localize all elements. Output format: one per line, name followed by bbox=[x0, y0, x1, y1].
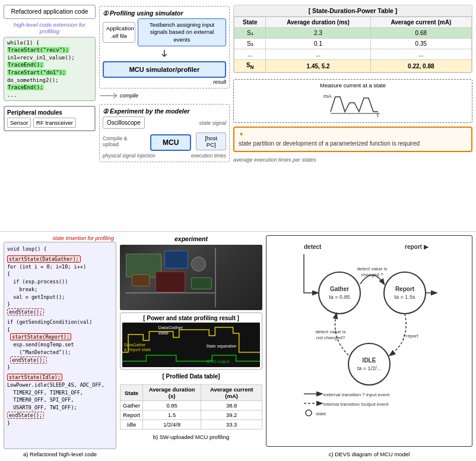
elf-text: Application .elf file bbox=[106, 25, 132, 40]
svg-text:report ▶: report ▶ bbox=[405, 244, 429, 250]
profiled-col-current: Average current (mA) bbox=[201, 385, 262, 401]
table-row: Gather 0.85 38.8 bbox=[120, 401, 262, 411]
svg-text:! report: ! report bbox=[403, 333, 418, 339]
col-state: State bbox=[234, 17, 266, 28]
oscilloscope-row: Oscilloscope state signal bbox=[103, 116, 226, 129]
testbench-text: Testbench assigning input signals based … bbox=[150, 21, 214, 43]
bottom-mid-caption: b) SW-uploaded MCU profiling bbox=[120, 434, 262, 440]
high-level-note: high-level code extension for profiling bbox=[4, 21, 96, 34]
step2-area: ② Experiment by the modeler Oscilloscope… bbox=[99, 104, 230, 162]
step1-area: ① Profiling using simulator Application … bbox=[99, 6, 230, 89]
devs-diagram: detect report ▶ Gather ta = 0.85 Report … bbox=[266, 235, 472, 447]
refactored-title: Refactored application code bbox=[11, 8, 88, 15]
step1-boxes: Application .elf file Testbench assignin… bbox=[103, 18, 226, 46]
profiling-image bbox=[120, 245, 262, 310]
bottom-right: detect report ▶ Gather ta = 0.85 Report … bbox=[266, 235, 472, 457]
measure-label: Measure current at a state bbox=[236, 82, 469, 89]
peripheral-box: Peripheral modules Sensor RF transceiver bbox=[4, 106, 96, 131]
right-column: [ State-Duration-Power Table ] State Ave… bbox=[233, 5, 472, 226]
compile-label: compile bbox=[120, 93, 138, 99]
svg-text:not changed?: not changed? bbox=[316, 335, 345, 340]
physical-signal-label: physical signal injection bbox=[103, 153, 156, 159]
table-row: ... ... ... bbox=[234, 49, 472, 60]
result-label: result bbox=[103, 79, 226, 85]
code-block-top: while(1) { TraceStart("recv"); in1=recv_… bbox=[4, 37, 96, 102]
profiling-result-title: [ Power and state profiling result ] bbox=[122, 315, 260, 321]
step1-label: ① Profiling using simulator bbox=[103, 10, 226, 17]
waveform-svg: mA t bbox=[323, 91, 383, 118]
bottom-code-block: void loop() { startState(DataGather); fo… bbox=[4, 242, 116, 449]
state-table: State Average duration (ms) Average curr… bbox=[234, 17, 472, 72]
avg-exec-label: average execution times per states bbox=[233, 157, 472, 163]
state-insertion-label: state Insertion for profiling bbox=[4, 235, 116, 241]
oscilloscope-text: Oscilloscope bbox=[107, 119, 141, 126]
down-arrow-icon bbox=[160, 50, 169, 58]
bottom-mid: experiment [ Power and state profiling r… bbox=[120, 235, 262, 457]
execution-times-label: execution times bbox=[191, 153, 226, 159]
elf-box: Application .elf file bbox=[103, 22, 135, 43]
oscilloscope-box: Oscilloscope bbox=[103, 116, 145, 129]
host-pc-text: [host PC] bbox=[205, 135, 217, 148]
orange-note: ▼ state partition or development of a pa… bbox=[233, 127, 472, 152]
table-row-sn: SN 1.45, 5.2 0.22, 0.88 bbox=[234, 60, 472, 72]
svg-text:Report: Report bbox=[395, 286, 415, 292]
mcu-simulator-box: MCU simulator/profiler bbox=[103, 61, 226, 78]
mcu-text: MCU bbox=[163, 138, 179, 147]
refactored-box: Refactored application code bbox=[4, 5, 96, 19]
col-current: Average current (mA) bbox=[370, 17, 471, 28]
svg-text:state: state bbox=[158, 330, 169, 336]
svg-text:ta = 1/2/...: ta = 1/2/... bbox=[357, 365, 381, 371]
experiment-label: experiment bbox=[120, 235, 262, 242]
bottom-left-caption: a) Refactored high-level code bbox=[4, 451, 116, 457]
bottom-section: state Insertion for profiling void loop(… bbox=[0, 232, 476, 461]
mcu-row: Compile & upload MCU [host PC] bbox=[103, 132, 226, 151]
svg-point-18 bbox=[348, 343, 390, 385]
bottom-right-caption: c) DEVS diagram of MCU model bbox=[266, 451, 472, 457]
step2-label: ② Experiment by the modeler bbox=[103, 108, 226, 115]
svg-point-15 bbox=[384, 272, 426, 314]
svg-text:detect value is: detect value is bbox=[357, 266, 387, 271]
mcu-simulator-text: MCU simulator/profiler bbox=[129, 66, 200, 73]
svg-text:ta = 1.5s: ta = 1.5s bbox=[395, 294, 415, 300]
svg-text:IDLE: IDLE bbox=[363, 357, 376, 364]
mcu-box: MCU bbox=[150, 134, 191, 151]
svg-text:t: t bbox=[377, 112, 379, 118]
profiled-data-table: State Average duration (s) Average curre… bbox=[120, 384, 262, 430]
svg-point-12 bbox=[319, 272, 360, 314]
profiled-col-duration: Average duration (s) bbox=[143, 385, 201, 401]
peripheral-title: Peripheral modules bbox=[7, 109, 92, 116]
sensor-item: Sensor bbox=[7, 118, 31, 128]
bottom-left: state Insertion for profiling void loop(… bbox=[4, 235, 116, 457]
svg-text:mA: mA bbox=[323, 93, 332, 99]
profiled-col-state: State bbox=[120, 385, 143, 401]
svg-text:detect: detect bbox=[304, 244, 322, 250]
svg-text:internal transition  !output e: internal transition !output event bbox=[323, 402, 389, 407]
table-row: Report 1.5 39.2 bbox=[120, 411, 262, 420]
svg-text:& Report state: & Report state bbox=[124, 348, 151, 352]
table-row: S₂ 0.1 0.35 bbox=[234, 39, 472, 49]
col-duration: Average duration (ms) bbox=[266, 17, 370, 28]
profiling-result-box: [ Power and state profiling result ] Dat… bbox=[120, 312, 262, 370]
svg-point-32 bbox=[306, 410, 312, 416]
table-row: S₁ 2.3 0.68 bbox=[234, 28, 472, 39]
devs-diagram-svg: detect report ▶ Gather ta = 0.85 Report … bbox=[270, 239, 468, 418]
testbench-box: Testbench assigning input signals based … bbox=[138, 18, 226, 46]
rf-item: RF transceiver bbox=[33, 118, 76, 128]
left-column: Refactored application code high-level c… bbox=[4, 5, 96, 226]
svg-text:state: state bbox=[316, 411, 326, 416]
profiling-chart-svg: DataGather state DataGather & Report sta… bbox=[122, 323, 260, 367]
state-table-wrapper: [ State-Duration-Power Table ] State Ave… bbox=[233, 5, 472, 73]
compile-upload-label: Compile & upload bbox=[103, 135, 144, 147]
current-diagram: Measure current at a state mA t bbox=[233, 79, 472, 123]
mid-column: ① Profiling using simulator Application … bbox=[99, 5, 230, 226]
profiling-chart: DataGather state DataGather & Report sta… bbox=[122, 323, 260, 367]
peripheral-items: Sensor RF transceiver bbox=[7, 118, 92, 128]
table-row: Idle 1/2/4/8 33.3 bbox=[120, 420, 262, 430]
svg-text:GPIO output: GPIO output bbox=[206, 359, 229, 364]
host-pc-box: [host PC] bbox=[196, 132, 226, 150]
state-signal-label: state signal bbox=[199, 120, 226, 126]
compile-arrow-icon bbox=[100, 92, 118, 99]
orange-note-text: state partition or development of a para… bbox=[239, 140, 420, 147]
profiled-table-title: [ Profiled Data table] bbox=[120, 373, 262, 380]
svg-text:Gather: Gather bbox=[330, 286, 349, 292]
